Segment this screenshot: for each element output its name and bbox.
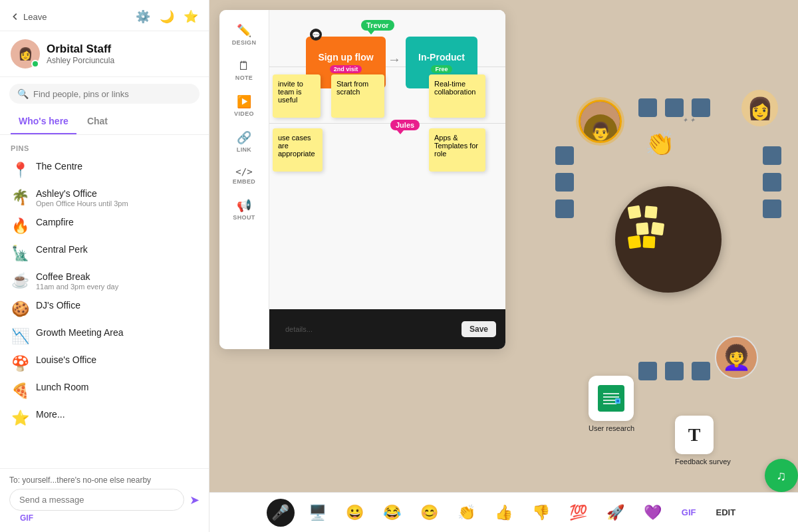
workspace-user: Ashley Porciuncula — [47, 56, 114, 65]
flow-arrow: → — [388, 52, 401, 67]
workspace-text: Orbital Staff Ashley Porciuncula — [47, 43, 114, 65]
shout-icon: 📢 — [237, 198, 251, 213]
star-icon[interactable]: ⭐ — [184, 9, 198, 24]
sticky-4: use cases are appropriate — [273, 128, 323, 172]
feedback-survey-doc[interactable]: T — [675, 416, 714, 454]
table-note — [651, 222, 664, 235]
sticky-1: invite to team is useful — [273, 74, 321, 118]
note-icon: 🗒 — [238, 59, 250, 73]
emoji-clap-button[interactable]: 👏 — [453, 499, 481, 527]
pin-item[interactable]: 🍕 Lunch Room — [0, 377, 209, 404]
table-note — [636, 222, 649, 235]
emoji-laugh-button[interactable]: 😂 — [378, 499, 406, 527]
search-box[interactable]: 🔍 — [9, 84, 200, 104]
svg-rect-4 — [603, 403, 616, 404]
whiteboard-canvas: Trevor Sign up flow 2nd visit 💬 → In-Pro… — [269, 10, 505, 309]
pin-text: Campfire — [36, 217, 74, 227]
gif-label[interactable]: GIF — [9, 511, 200, 523]
pin-emoji: 🔥 — [11, 217, 29, 235]
pin-text: Central Perk — [36, 244, 88, 255]
screen-share-button[interactable]: 🖥️ — [304, 499, 332, 527]
pin-sub: 11am and 3pm every day — [36, 283, 118, 291]
pin-sub: Open Office Hours until 3pm — [36, 200, 128, 207]
pin-item[interactable]: 🍄 Louise's Office — [0, 350, 209, 377]
design-tool[interactable]: ✏️ DESIGN — [219, 17, 269, 53]
video-label: VIDEO — [234, 110, 254, 117]
settings-icon[interactable]: ⚙️ — [136, 9, 150, 24]
link-tool[interactable]: 🔗 LINK — [219, 124, 269, 160]
tab-whos-here[interactable]: Who's here — [11, 110, 76, 134]
spotify-button[interactable]: ♫ — [765, 459, 798, 492]
pin-text: Lunch Room — [36, 382, 88, 392]
pin-item[interactable]: 🍪 DJ's Office — [0, 295, 209, 323]
back-button[interactable]: Leave — [11, 12, 47, 22]
pin-text: Coffee Break 11am and 3pm every day — [36, 271, 118, 291]
chair — [555, 200, 574, 218]
emoji-smile-button[interactable]: 😊 — [416, 499, 444, 527]
embed-label: EMBED — [233, 178, 255, 185]
jules-cursor: Jules — [390, 120, 420, 130]
participant-avatar-3: 👩 — [741, 90, 778, 126]
feedback-survey-doc-container: T Feedback survey — [675, 416, 731, 466]
pin-item[interactable]: 🔥 Campfire — [0, 212, 209, 239]
svg-rect-1 — [603, 393, 619, 394]
moon-icon[interactable]: 🌙 — [160, 9, 174, 24]
user-research-label: User research — [589, 424, 634, 432]
round-table — [615, 186, 722, 293]
sticky-2: Start from scratch — [331, 74, 384, 118]
pins-list: 📍 The Centre 🌴 Ashley's Office Open Offi… — [0, 156, 209, 468]
pin-item[interactable]: ☕ Coffee Break 11am and 3pm every day — [0, 267, 209, 295]
back-label: Leave — [23, 12, 47, 22]
chair — [692, 362, 710, 380]
user-research-doc[interactable] — [589, 376, 634, 421]
table-note — [644, 205, 658, 219]
send-button[interactable]: ➤ — [190, 493, 200, 507]
whiteboard: 👤 👤 👤 👤 +3 Share ⊞ ✏️ DESIGN 🗒 NOTE ▶️ V… — [219, 10, 505, 349]
shout-tool[interactable]: 📢 SHOUT — [219, 192, 269, 227]
edit-button[interactable]: EDIT — [711, 507, 741, 517]
tab-chat[interactable]: Chat — [79, 110, 116, 134]
clap-emoji: 👏 — [645, 130, 675, 158]
table-note — [643, 236, 656, 249]
chair — [763, 173, 781, 192]
mic-button[interactable]: 🎤 — [267, 499, 295, 527]
search-input[interactable] — [33, 89, 192, 99]
pin-text: Louise's Office — [36, 354, 96, 365]
chair — [555, 173, 574, 192]
emoji-happy-button[interactable]: 😀 — [341, 499, 369, 527]
pin-emoji: 📍 — [11, 162, 29, 179]
message-input[interactable] — [9, 489, 184, 511]
note-tool[interactable]: 🗒 NOTE — [219, 53, 269, 88]
pin-item[interactable]: 🗽 Central Perk — [0, 239, 209, 267]
participant-avatar-1: 👨 — [579, 100, 622, 143]
svg-rect-0 — [598, 385, 624, 412]
pins-label: PINS — [11, 144, 29, 152]
pin-item[interactable]: ⭐ More... — [0, 404, 209, 432]
pin-name: Louise's Office — [36, 354, 96, 365]
design-label: DESIGN — [232, 39, 257, 46]
chair — [638, 98, 657, 117]
pin-name: Ashley's Office — [36, 188, 128, 199]
gif-toolbar-label[interactable]: GIF — [676, 507, 702, 517]
emoji-thumbsdown-button[interactable]: 👎 — [527, 499, 555, 527]
pin-item[interactable]: 🌴 Ashley's Office Open Office Hours unti… — [0, 184, 209, 212]
wb-save-button[interactable]: Save — [462, 321, 496, 337]
in-product-badge: Free — [431, 65, 452, 73]
tabs: Who's here Chat — [0, 110, 209, 135]
emoji-100-button[interactable]: 💯 — [565, 499, 593, 527]
embed-icon: </> — [235, 166, 252, 177]
sticky-5: Apps & Templates for role — [429, 128, 485, 172]
pin-item[interactable]: 📉 Growth Meeting Area — [0, 323, 209, 350]
design-icon: ✏️ — [237, 23, 251, 38]
emoji-rocket-button[interactable]: 🚀 — [602, 499, 630, 527]
emoji-heart-button[interactable]: 💜 — [639, 499, 667, 527]
pin-item[interactable]: 📍 The Centre — [0, 156, 209, 184]
video-tool[interactable]: ▶️ VIDEO — [219, 88, 269, 124]
pin-name: More... — [36, 409, 65, 420]
chair — [692, 98, 710, 117]
participant-avatar-2: 👩‍🦱 — [715, 336, 758, 379]
signup-badge: 2nd visit — [330, 65, 362, 73]
emoji-thumbsup-button[interactable]: 👍 — [490, 499, 518, 527]
embed-tool[interactable]: </> EMBED — [219, 160, 269, 192]
svg-rect-6 — [616, 400, 619, 402]
